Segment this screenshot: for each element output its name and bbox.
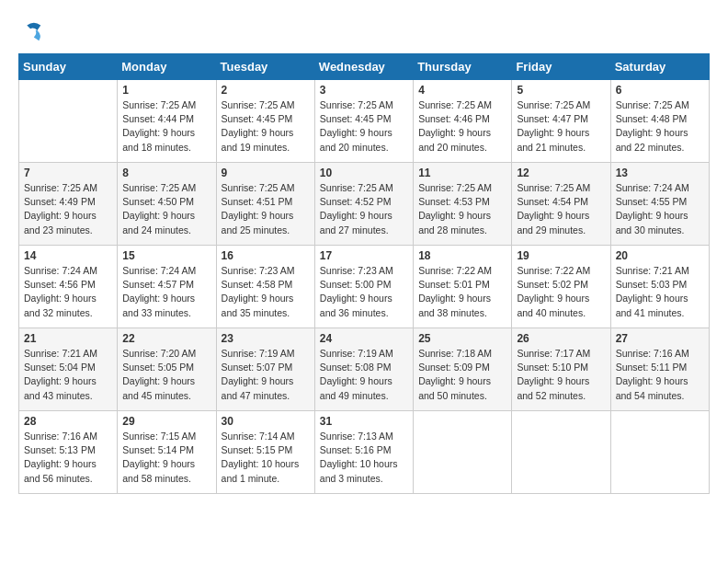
- calendar-cell: 9Sunrise: 7:25 AM Sunset: 4:51 PM Daylig…: [216, 163, 314, 246]
- day-number: 21: [24, 332, 112, 345]
- logo: [18, 18, 48, 44]
- calendar-cell: 19Sunrise: 7:22 AM Sunset: 5:02 PM Dayli…: [512, 246, 610, 328]
- cell-content: Sunrise: 7:16 AM Sunset: 5:11 PM Dayligh…: [616, 347, 704, 403]
- day-number: 16: [222, 249, 310, 262]
- calendar-week-row: 1Sunrise: 7:25 AM Sunset: 4:44 PM Daylig…: [19, 80, 710, 163]
- day-header-saturday: Saturday: [610, 54, 709, 80]
- cell-content: Sunrise: 7:25 AM Sunset: 4:48 PM Dayligh…: [616, 98, 704, 155]
- cell-content: Sunrise: 7:25 AM Sunset: 4:53 PM Dayligh…: [418, 181, 506, 237]
- day-number: 13: [616, 167, 704, 179]
- cell-content: Sunrise: 7:22 AM Sunset: 5:02 PM Dayligh…: [517, 264, 605, 320]
- cell-content: Sunrise: 7:24 AM Sunset: 4:55 PM Dayligh…: [616, 181, 704, 237]
- calendar-cell: 16Sunrise: 7:23 AM Sunset: 4:58 PM Dayli…: [216, 246, 314, 328]
- calendar-cell: 14Sunrise: 7:24 AM Sunset: 4:56 PM Dayli…: [19, 246, 118, 328]
- calendar-cell: [19, 80, 118, 163]
- calendar-week-row: 28Sunrise: 7:16 AM Sunset: 5:13 PM Dayli…: [19, 411, 710, 494]
- header: [18, 18, 710, 44]
- day-number: 11: [418, 167, 506, 179]
- calendar-cell: 26Sunrise: 7:17 AM Sunset: 5:10 PM Dayli…: [512, 328, 610, 411]
- day-number: 25: [418, 332, 506, 345]
- calendar-cell: 30Sunrise: 7:14 AM Sunset: 5:15 PM Dayli…: [216, 411, 314, 494]
- cell-content: Sunrise: 7:18 AM Sunset: 5:09 PM Dayligh…: [418, 347, 506, 403]
- cell-content: Sunrise: 7:25 AM Sunset: 4:46 PM Dayligh…: [418, 98, 506, 155]
- calendar-cell: 18Sunrise: 7:22 AM Sunset: 5:01 PM Dayli…: [414, 246, 512, 328]
- cell-content: Sunrise: 7:25 AM Sunset: 4:47 PM Dayligh…: [517, 98, 605, 155]
- day-number: 27: [616, 332, 704, 345]
- calendar-cell: 29Sunrise: 7:15 AM Sunset: 5:14 PM Dayli…: [118, 411, 216, 494]
- day-number: 26: [517, 332, 605, 345]
- day-number: 24: [320, 332, 408, 345]
- cell-content: Sunrise: 7:14 AM Sunset: 5:15 PM Dayligh…: [222, 430, 310, 486]
- calendar-cell: 25Sunrise: 7:18 AM Sunset: 5:09 PM Dayli…: [414, 328, 512, 411]
- calendar-header-row: SundayMondayTuesdayWednesdayThursdayFrid…: [19, 54, 710, 80]
- cell-content: Sunrise: 7:25 AM Sunset: 4:45 PM Dayligh…: [320, 98, 408, 155]
- cell-content: Sunrise: 7:19 AM Sunset: 5:08 PM Dayligh…: [320, 347, 408, 403]
- cell-content: Sunrise: 7:15 AM Sunset: 5:14 PM Dayligh…: [122, 430, 210, 486]
- day-number: 2: [222, 84, 310, 97]
- day-number: 22: [122, 332, 210, 345]
- day-number: 3: [320, 84, 408, 97]
- cell-content: Sunrise: 7:23 AM Sunset: 4:58 PM Dayligh…: [222, 264, 310, 320]
- calendar-cell: 7Sunrise: 7:25 AM Sunset: 4:49 PM Daylig…: [19, 163, 118, 246]
- day-number: 23: [222, 332, 310, 345]
- day-number: 9: [222, 167, 310, 179]
- calendar-week-row: 21Sunrise: 7:21 AM Sunset: 5:04 PM Dayli…: [19, 328, 710, 411]
- calendar-cell: 23Sunrise: 7:19 AM Sunset: 5:07 PM Dayli…: [216, 328, 314, 411]
- calendar-cell: [512, 411, 610, 494]
- calendar-cell: 11Sunrise: 7:25 AM Sunset: 4:53 PM Dayli…: [414, 163, 512, 246]
- calendar-cell: [610, 411, 709, 494]
- cell-content: Sunrise: 7:22 AM Sunset: 5:01 PM Dayligh…: [418, 264, 506, 320]
- calendar-cell: 12Sunrise: 7:25 AM Sunset: 4:54 PM Dayli…: [512, 163, 610, 246]
- day-header-thursday: Thursday: [414, 54, 512, 80]
- day-number: 29: [122, 415, 210, 428]
- day-number: 18: [418, 249, 506, 262]
- cell-content: Sunrise: 7:21 AM Sunset: 5:04 PM Dayligh…: [24, 347, 112, 403]
- cell-content: Sunrise: 7:24 AM Sunset: 4:56 PM Dayligh…: [24, 264, 112, 320]
- cell-content: Sunrise: 7:20 AM Sunset: 5:05 PM Dayligh…: [122, 347, 210, 403]
- day-number: 5: [517, 84, 605, 97]
- logo-icon: [18, 18, 44, 44]
- cell-content: Sunrise: 7:25 AM Sunset: 4:49 PM Dayligh…: [24, 181, 112, 237]
- calendar-week-row: 14Sunrise: 7:24 AM Sunset: 4:56 PM Dayli…: [19, 246, 710, 328]
- cell-content: Sunrise: 7:13 AM Sunset: 5:16 PM Dayligh…: [320, 430, 408, 486]
- cell-content: Sunrise: 7:16 AM Sunset: 5:13 PM Dayligh…: [24, 430, 112, 486]
- day-number: 10: [320, 167, 408, 179]
- calendar: SundayMondayTuesdayWednesdayThursdayFrid…: [18, 53, 710, 494]
- cell-content: Sunrise: 7:19 AM Sunset: 5:07 PM Dayligh…: [222, 347, 310, 403]
- cell-content: Sunrise: 7:25 AM Sunset: 4:51 PM Dayligh…: [222, 181, 310, 237]
- calendar-cell: 4Sunrise: 7:25 AM Sunset: 4:46 PM Daylig…: [414, 80, 512, 163]
- calendar-cell: 22Sunrise: 7:20 AM Sunset: 5:05 PM Dayli…: [118, 328, 216, 411]
- day-number: 20: [616, 249, 704, 262]
- calendar-cell: 20Sunrise: 7:21 AM Sunset: 5:03 PM Dayli…: [610, 246, 709, 328]
- calendar-cell: 21Sunrise: 7:21 AM Sunset: 5:04 PM Dayli…: [19, 328, 118, 411]
- calendar-cell: 3Sunrise: 7:25 AM Sunset: 4:45 PM Daylig…: [314, 80, 413, 163]
- cell-content: Sunrise: 7:25 AM Sunset: 4:54 PM Dayligh…: [517, 181, 605, 237]
- calendar-cell: 15Sunrise: 7:24 AM Sunset: 4:57 PM Dayli…: [118, 246, 216, 328]
- day-header-sunday: Sunday: [19, 54, 118, 80]
- cell-content: Sunrise: 7:25 AM Sunset: 4:52 PM Dayligh…: [320, 181, 408, 237]
- day-number: 15: [122, 249, 210, 262]
- day-number: 28: [24, 415, 112, 428]
- calendar-cell: 13Sunrise: 7:24 AM Sunset: 4:55 PM Dayli…: [610, 163, 709, 246]
- calendar-cell: 6Sunrise: 7:25 AM Sunset: 4:48 PM Daylig…: [610, 80, 709, 163]
- day-number: 19: [517, 249, 605, 262]
- calendar-cell: 2Sunrise: 7:25 AM Sunset: 4:45 PM Daylig…: [216, 80, 314, 163]
- cell-content: Sunrise: 7:23 AM Sunset: 5:00 PM Dayligh…: [320, 264, 408, 320]
- day-header-tuesday: Tuesday: [216, 54, 314, 80]
- cell-content: Sunrise: 7:25 AM Sunset: 4:45 PM Dayligh…: [222, 98, 310, 155]
- cell-content: Sunrise: 7:25 AM Sunset: 4:44 PM Dayligh…: [122, 98, 210, 155]
- day-header-friday: Friday: [512, 54, 610, 80]
- calendar-cell: 10Sunrise: 7:25 AM Sunset: 4:52 PM Dayli…: [314, 163, 413, 246]
- calendar-cell: 1Sunrise: 7:25 AM Sunset: 4:44 PM Daylig…: [118, 80, 216, 163]
- day-number: 1: [122, 84, 210, 97]
- cell-content: Sunrise: 7:25 AM Sunset: 4:50 PM Dayligh…: [122, 181, 210, 237]
- calendar-cell: 27Sunrise: 7:16 AM Sunset: 5:11 PM Dayli…: [610, 328, 709, 411]
- calendar-cell: 24Sunrise: 7:19 AM Sunset: 5:08 PM Dayli…: [314, 328, 413, 411]
- day-number: 17: [320, 249, 408, 262]
- calendar-cell: 8Sunrise: 7:25 AM Sunset: 4:50 PM Daylig…: [118, 163, 216, 246]
- calendar-cell: 17Sunrise: 7:23 AM Sunset: 5:00 PM Dayli…: [314, 246, 413, 328]
- day-number: 6: [616, 84, 704, 97]
- day-number: 14: [24, 249, 112, 262]
- calendar-cell: [414, 411, 512, 494]
- calendar-cell: 31Sunrise: 7:13 AM Sunset: 5:16 PM Dayli…: [314, 411, 413, 494]
